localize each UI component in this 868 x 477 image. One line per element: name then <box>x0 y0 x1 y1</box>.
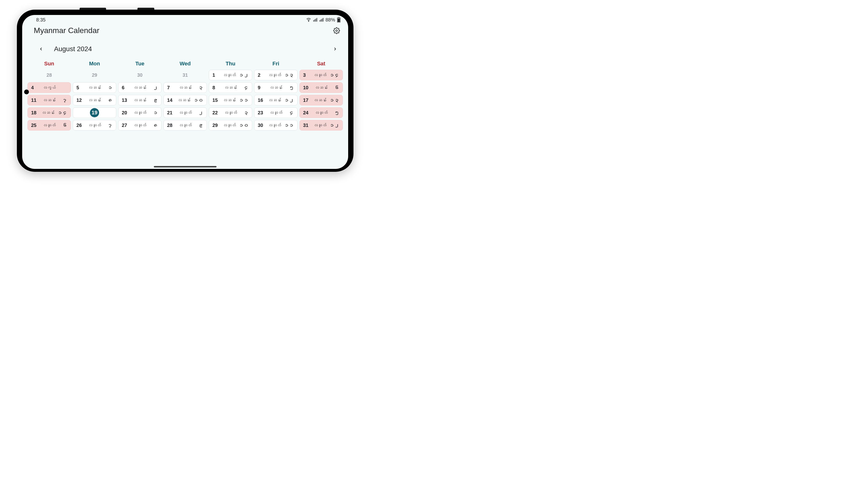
next-month-button[interactable] <box>332 46 339 52</box>
mm-phase: လဆုတ် <box>313 110 330 115</box>
gregorian-day: 27 <box>122 123 129 128</box>
calendar-cell[interactable]: 10လဆန်း၆ <box>300 82 343 93</box>
gregorian-day: 18 <box>31 110 38 116</box>
calendar-cell-outside: 29 <box>73 70 116 80</box>
phone-hw-button <box>80 8 106 10</box>
gregorian-day: 8 <box>212 85 220 90</box>
calendar-cell[interactable]: 17လဆန်း၁၃ <box>300 95 343 106</box>
month-label[interactable]: August 2024 <box>54 45 92 53</box>
mm-day: ၁ <box>105 85 113 90</box>
mm-phase: လဆုတ် <box>177 110 194 115</box>
calendar-cell[interactable]: 24လဆုတ်၅ <box>300 108 343 118</box>
mm-phase: လဆန်း <box>86 98 103 103</box>
calendar-cell[interactable]: 6လဆန်း၂ <box>118 82 161 93</box>
phone-frame: 8:35 <box>17 10 353 172</box>
mm-phase: လဆန်း <box>313 98 327 103</box>
calendar-cell[interactable]: 18လဆန်း၁၄ <box>28 108 71 118</box>
mm-day: ၄ <box>287 110 294 116</box>
statusbar-battery-pct: 88% <box>326 17 335 23</box>
mm-day: ၁ <box>151 110 158 116</box>
calendar-cell[interactable]: 23လဆုတ်၄ <box>254 108 298 118</box>
calendar-cell[interactable]: 21လဆုတ်၂ <box>163 108 207 118</box>
gregorian-day: 12 <box>76 97 84 103</box>
calendar-weeks: 282930311လဆုတ်၁၂2လဆုတ်၁၃3လဆုတ်၁၄4လကွယ်5လ… <box>28 70 343 143</box>
calendar-cell[interactable]: 25လဆုတ်၆ <box>28 120 71 130</box>
dow-header-cell: Wed <box>163 61 207 67</box>
gregorian-day: 23 <box>258 110 265 116</box>
signal-bars-icon <box>313 18 317 22</box>
chevron-right-icon <box>333 47 337 51</box>
dow-header-cell: Thu <box>209 61 252 67</box>
signal-bars-icon <box>319 18 323 22</box>
calendar-cell[interactable]: 3လဆုတ်၁၄ <box>300 70 343 80</box>
calendar-cell[interactable]: 28လဆုတ်၉ <box>163 120 207 130</box>
calendar-cell[interactable]: 11လဆန်း၇ <box>28 95 71 106</box>
calendar-cell[interactable]: 5လဆန်း၁ <box>73 82 116 93</box>
gregorian-day: 11 <box>31 97 38 103</box>
gregorian-day: 26 <box>76 123 84 128</box>
svg-rect-4 <box>317 18 317 22</box>
gregorian-day: 10 <box>303 85 310 90</box>
mm-day: ၂ <box>196 110 203 116</box>
mm-phase: လကွယ် <box>41 85 58 90</box>
mm-phase: လဆန်း <box>131 98 148 103</box>
calendar-cell[interactable]: 9လဆန်း၅ <box>254 82 298 93</box>
mm-day: ၁၁ <box>284 123 294 128</box>
gregorian-day: 16 <box>258 97 265 103</box>
calendar-cell[interactable]: 1လဆုတ်၁၂ <box>209 70 252 80</box>
mm-day: ၆ <box>332 85 339 90</box>
mm-day: ၁၀ <box>194 97 203 103</box>
calendar-cell[interactable]: 2လဆုတ်၁၃ <box>254 70 298 80</box>
statusbar-time: 8:35 <box>36 17 45 23</box>
calendar-cell[interactable]: 14လဆန်း၁၀ <box>163 95 207 106</box>
mm-phase: လဆန်း <box>268 98 282 103</box>
svg-rect-3 <box>315 19 316 22</box>
mm-phase: လဆန်း <box>222 98 237 103</box>
dow-header: SunMonTueWedThuFriSat <box>28 61 343 70</box>
gregorian-day: 15 <box>212 97 220 103</box>
calendar-cell[interactable]: 15လဆန်း၁၁ <box>209 95 252 106</box>
calendar-cell[interactable]: 20လဆုတ်၁ <box>118 108 161 118</box>
calendar-week: 4လကွယ်5လဆန်း၁6လဆန်း၂7လဆန်း၃8လဆန်း၄9လဆန်း… <box>28 82 343 93</box>
mm-day: ၈ <box>105 97 113 103</box>
status-bar: 8:35 <box>22 15 348 25</box>
svg-point-12 <box>336 30 338 31</box>
home-indicator[interactable] <box>154 166 217 168</box>
svg-rect-7 <box>322 19 322 22</box>
svg-rect-6 <box>321 20 321 22</box>
settings-button[interactable] <box>333 27 340 34</box>
mm-phase: လဆန်း <box>131 85 148 90</box>
gregorian-day: 7 <box>167 85 174 90</box>
gregorian-day: 28 <box>167 123 174 128</box>
calendar-cell[interactable]: 27လဆုတ်၈ <box>118 120 161 130</box>
dow-header-cell: Tue <box>118 61 161 67</box>
calendar-cell-outside: 30 <box>118 70 161 80</box>
gregorian-day: 31 <box>183 72 188 78</box>
calendar-cell[interactable]: 4လကွယ် <box>28 82 71 93</box>
gregorian-day: 29 <box>212 123 220 128</box>
calendar-cell[interactable]: 30လဆုတ်၁၁ <box>254 120 298 130</box>
calendar-cell[interactable]: 19 <box>73 108 116 118</box>
calendar-cell[interactable]: 29လဆုတ်၁၀ <box>209 120 252 130</box>
calendar-cell[interactable]: 16လဆန်း၁၂ <box>254 95 298 106</box>
prev-month-button[interactable] <box>38 46 44 52</box>
calendar-cell[interactable]: 31လဆုတ်၁၂ <box>300 120 343 130</box>
mm-phase: လဆုတ် <box>222 123 237 128</box>
calendar-cell[interactable]: 12လဆန်း၈ <box>73 95 116 106</box>
calendar-grid: SunMonTueWedThuFriSat 282930311လဆုတ်၁၂2လ… <box>22 54 348 143</box>
svg-rect-1 <box>313 20 314 22</box>
calendar-week: 282930311လဆုတ်၁၂2လဆုတ်၁၃3လဆုတ်၁၄ <box>28 70 343 80</box>
calendar-cell[interactable]: 8လဆန်း၄ <box>209 82 252 93</box>
mm-day: ၇ <box>60 97 67 103</box>
calendar-cell[interactable]: 7လဆန်း၃ <box>163 82 207 93</box>
gregorian-day: 29 <box>92 72 97 78</box>
mm-day: ၅ <box>287 85 294 90</box>
calendar-cell[interactable]: 13လဆန်း၉ <box>118 95 161 106</box>
calendar-cell[interactable]: 26လဆုတ်၇ <box>73 120 116 130</box>
calendar-week: 11လဆန်း၇12လဆန်း၈13လဆန်း၉14လဆန်း၁၀15လဆန်း… <box>28 95 343 106</box>
calendar-cell[interactable]: 22လဆုတ်၃ <box>209 108 252 118</box>
mm-phase: လဆန်း <box>86 85 103 90</box>
gregorian-day: 28 <box>46 72 52 78</box>
mm-phase: လဆုတ် <box>268 72 282 78</box>
mm-phase: လဆန်း <box>268 85 284 90</box>
